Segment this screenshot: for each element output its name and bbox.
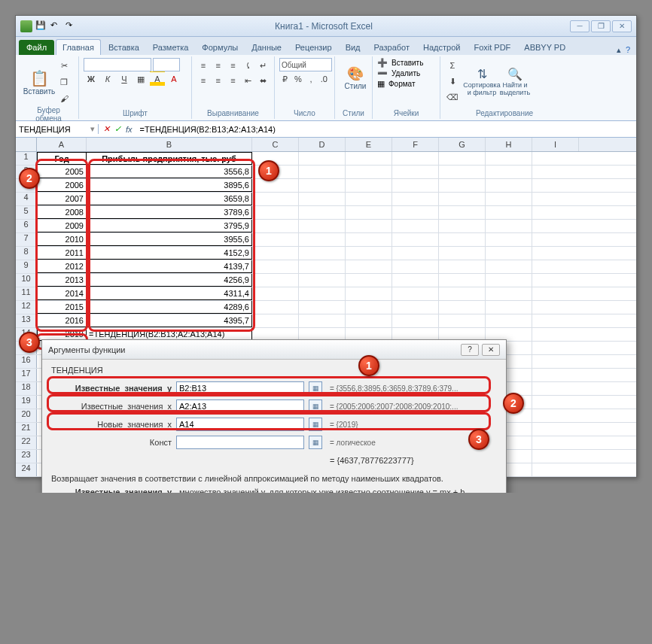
cell[interactable] — [299, 287, 346, 300]
font-color-button[interactable]: A — [166, 71, 181, 87]
sort-filter-button[interactable]: ⇅ Сортировка и фильтр — [466, 62, 498, 101]
range-picker-icon[interactable]: ▦ — [309, 381, 322, 395]
row-header[interactable]: 15 — [16, 342, 37, 354]
cell[interactable] — [299, 206, 346, 219]
row-header[interactable]: 6 — [16, 220, 37, 232]
row-header[interactable]: 5 — [16, 206, 37, 219]
align-center-icon[interactable]: ≡ — [212, 73, 225, 88]
cell[interactable]: 2013 — [37, 274, 87, 287]
cell[interactable] — [346, 166, 392, 178]
cell[interactable] — [299, 274, 346, 287]
arg-input-const[interactable] — [176, 436, 304, 449]
cell[interactable] — [486, 260, 532, 273]
cell[interactable]: 3895,6 — [87, 179, 252, 192]
row-header[interactable]: 20 — [16, 409, 37, 422]
clear-button[interactable]: ⌫ — [445, 90, 460, 105]
cell[interactable]: 4395,7 — [87, 314, 252, 327]
bold-button[interactable]: Ж — [84, 71, 99, 87]
row-header[interactable]: 10 — [16, 274, 37, 287]
row-header[interactable]: 18 — [16, 382, 37, 395]
cell[interactable] — [392, 152, 439, 165]
cell[interactable] — [299, 193, 346, 205]
cell[interactable] — [439, 247, 486, 260]
dialog-titlebar[interactable]: Аргументы функции ? ✕ — [42, 340, 506, 360]
help-icon[interactable]: ? — [626, 45, 630, 55]
cell[interactable] — [346, 233, 392, 246]
font-size-combo[interactable] — [153, 58, 180, 71]
dialog-help-button[interactable]: ? — [461, 344, 479, 356]
fill-button[interactable]: ⬇ — [445, 74, 460, 89]
cell[interactable]: 4311,4 — [87, 287, 252, 300]
cell[interactable]: 2010 — [37, 233, 87, 246]
cell[interactable] — [346, 206, 392, 219]
cell[interactable] — [346, 193, 392, 205]
cell[interactable] — [486, 220, 532, 232]
cell[interactable] — [392, 206, 439, 219]
formula-input[interactable]: =ТЕНДЕНЦИЯ(B2:B13;A2:A13;A14) — [137, 125, 636, 134]
tab-abbyy[interactable]: ABBYY PD — [518, 40, 571, 55]
currency-icon[interactable]: ₽ — [279, 71, 291, 87]
cell[interactable] — [346, 287, 392, 300]
row-header[interactable]: 1 — [16, 152, 37, 165]
align-right-icon[interactable]: ≡ — [227, 73, 240, 88]
row-header[interactable]: 12 — [16, 301, 37, 314]
minimize-ribbon-icon[interactable]: ▴ — [617, 45, 621, 55]
cell[interactable]: 4256,9 — [87, 274, 252, 287]
cell[interactable] — [392, 193, 439, 205]
cell[interactable] — [486, 206, 532, 219]
row-header[interactable]: 14 — [16, 328, 37, 341]
cell[interactable] — [439, 260, 486, 273]
row-header[interactable]: 9 — [16, 260, 37, 273]
cell[interactable] — [392, 233, 439, 246]
cell[interactable] — [299, 247, 346, 260]
tab-review[interactable]: Рецензир — [289, 40, 338, 55]
cell[interactable]: 2008 — [37, 206, 87, 219]
cell[interactable] — [486, 179, 532, 192]
merge-icon[interactable]: ⬌ — [256, 73, 270, 88]
col-header-c[interactable]: C — [252, 138, 299, 151]
cell[interactable] — [486, 287, 532, 300]
cell[interactable] — [439, 152, 486, 165]
col-header-e[interactable]: E — [346, 138, 392, 151]
align-left-icon[interactable]: ≡ — [197, 73, 210, 88]
orientation-icon[interactable]: ⤹ — [241, 58, 254, 73]
cell[interactable] — [486, 314, 532, 327]
close-button[interactable]: ✕ — [612, 20, 632, 32]
tab-view[interactable]: Вид — [340, 40, 367, 55]
cell[interactable]: 2016 — [37, 314, 87, 327]
cell[interactable] — [299, 166, 346, 178]
cell[interactable] — [486, 193, 532, 205]
maximize-button[interactable]: ❐ — [591, 20, 611, 32]
cell[interactable] — [346, 314, 392, 327]
row-header[interactable]: 21 — [16, 423, 37, 436]
copy-icon[interactable]: ❐ — [56, 74, 72, 90]
italic-button[interactable]: К — [100, 71, 115, 87]
cell[interactable] — [346, 152, 392, 165]
row-header[interactable]: 4 — [16, 193, 37, 205]
cell[interactable]: 4152,9 — [87, 247, 252, 260]
font-name-combo[interactable] — [84, 58, 151, 71]
underline-button[interactable]: Ч — [117, 71, 132, 87]
dropdown-icon[interactable]: ▾ — [90, 124, 95, 134]
align-bottom-icon[interactable]: ≡ — [227, 58, 240, 73]
cell[interactable] — [299, 179, 346, 192]
undo-icon[interactable]: ↶ — [50, 20, 62, 32]
fill-color-button[interactable]: A — [150, 71, 165, 87]
tab-layout[interactable]: Разметка — [147, 40, 195, 55]
autosum-button[interactable]: Σ — [445, 58, 460, 73]
tab-addins[interactable]: Надстрой — [417, 40, 466, 55]
cell[interactable] — [486, 152, 532, 165]
cell[interactable] — [439, 220, 486, 232]
row-header[interactable]: 19 — [16, 396, 37, 409]
enter-formula-icon[interactable]: ✓ — [114, 124, 121, 134]
align-top-icon[interactable]: ≡ — [197, 58, 210, 73]
number-format-combo[interactable] — [279, 58, 332, 71]
indent-dec-icon[interactable]: ⇤ — [241, 73, 254, 88]
cell[interactable]: 3789,6 — [87, 206, 252, 219]
cell[interactable] — [439, 274, 486, 287]
cancel-formula-icon[interactable]: ✕ — [103, 124, 110, 134]
cell[interactable]: 3795,9 — [87, 220, 252, 232]
row-header[interactable]: 8 — [16, 247, 37, 260]
arg-input-known-y[interactable] — [176, 381, 304, 395]
cell[interactable] — [439, 287, 486, 300]
